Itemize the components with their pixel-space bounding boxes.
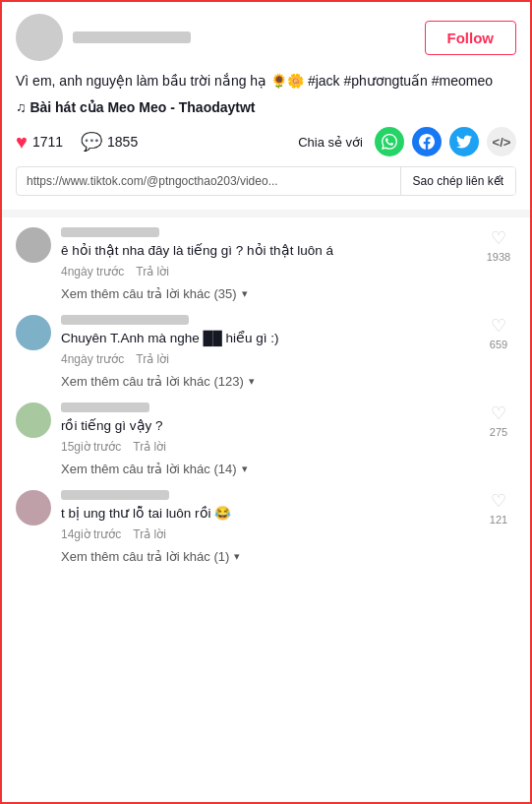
link-row: https://www.tiktok.com/@ptngocthao203/vi… — [16, 166, 516, 196]
comment-username-bar — [61, 315, 189, 325]
post-caption: Vì em, anh nguyện làm bầu trời nắng hạ 🌻… — [16, 71, 516, 92]
embed-share-button[interactable]: </> — [487, 127, 516, 156]
see-more-replies-button[interactable]: Xem thêm câu trả lời khác (35)▾ — [61, 286, 516, 301]
comment-block: t bị ung thư lỗ tai luôn rồi 😂14giờ trướ… — [16, 490, 516, 564]
comment-icon[interactable]: 💬 — [81, 131, 102, 153]
comment-meta: 4ngày trướcTrả lời — [61, 352, 471, 366]
comment-like-area: ♡659 — [481, 315, 516, 366]
comment-text: ê hỏi thật nha đây là tiếng gì ? hỏi thậ… — [61, 242, 471, 261]
music-line: ♫ Bài hát của Meo Meo - Thaodaytwt — [16, 99, 516, 115]
comments-stat: 💬 1855 — [81, 131, 138, 153]
comment-time: 14giờ trước — [61, 527, 121, 541]
comment-like-button[interactable]: ♡ — [491, 315, 506, 337]
stats-left: ♥ 1711 💬 1855 — [16, 131, 138, 154]
comment-block: Chuyên T.Anh mà nghe ██ hiểu gì :)4ngày … — [16, 315, 516, 389]
comment-meta: 15giờ trướcTrả lời — [61, 440, 471, 454]
facebook-share-button[interactable] — [412, 127, 442, 156]
comment-like-area: ♡1938 — [481, 227, 516, 278]
comment-meta: 4ngày trướcTrả lời — [61, 265, 471, 278]
user-name-block — [73, 31, 191, 43]
comments-count: 1855 — [107, 134, 138, 150]
comment-body: Chuyên T.Anh mà nghe ██ hiểu gì :)4ngày … — [61, 315, 471, 366]
comment-time: 4ngày trước — [61, 265, 124, 278]
comment-body: t bị ung thư lỗ tai luôn rồi 😂14giờ trướ… — [61, 490, 471, 541]
comment-text: rồi tiếng gì vậy ? — [61, 417, 471, 436]
comment-item: rồi tiếng gì vậy ?15giờ trướcTrả lời♡275 — [16, 402, 516, 454]
follow-button[interactable]: Follow — [425, 21, 517, 55]
user-info — [16, 14, 191, 61]
comment-like-button[interactable]: ♡ — [491, 402, 506, 424]
see-more-replies-button[interactable]: Xem thêm câu trả lời khác (1)▾ — [61, 549, 516, 564]
comment-like-count: 659 — [490, 339, 507, 350]
comment-item: t bị ung thư lỗ tai luôn rồi 😂14giờ trướ… — [16, 490, 516, 541]
comment-like-count: 1938 — [487, 251, 510, 263]
comment-like-count: 275 — [490, 426, 507, 438]
header-row: Follow — [16, 14, 516, 61]
see-more-replies-button[interactable]: Xem thêm câu trả lời khác (123)▾ — [61, 374, 516, 389]
comment-body: ê hỏi thật nha đây là tiếng gì ? hỏi thậ… — [61, 227, 471, 278]
heart-icon[interactable]: ♥ — [16, 131, 28, 154]
post-header-section: Follow Vì em, anh nguyện làm bầu trời nắ… — [2, 2, 530, 217]
whatsapp-share-button[interactable] — [375, 127, 404, 156]
comment-avatar[interactable] — [16, 227, 51, 263]
see-more-label: Xem thêm câu trả lời khác (14) — [61, 462, 237, 476]
comment-item: ê hỏi thật nha đây là tiếng gì ? hỏi thậ… — [16, 227, 516, 278]
link-text: https://www.tiktok.com/@ptngocthao203/vi… — [17, 167, 400, 195]
share-area: Chia sẻ với </> — [298, 127, 516, 156]
see-more-label: Xem thêm câu trả lời khác (1) — [61, 549, 229, 564]
comment-avatar[interactable] — [16, 315, 51, 350]
username-bar — [73, 31, 191, 43]
comment-like-count: 121 — [490, 514, 507, 526]
comment-reply-button[interactable]: Trả lời — [136, 352, 169, 366]
copy-link-button[interactable]: Sao chép liên kết — [400, 167, 515, 195]
comment-avatar[interactable] — [16, 402, 51, 438]
comment-text: Chuyên T.Anh mà nghe ██ hiểu gì :) — [61, 330, 471, 348]
likes-count: 1711 — [32, 134, 63, 150]
likes-stat: ♥ 1711 — [16, 131, 63, 154]
avatar[interactable] — [16, 14, 63, 61]
chevron-down-icon: ▾ — [242, 287, 248, 300]
comment-reply-button[interactable]: Trả lời — [136, 265, 169, 278]
comment-meta: 14giờ trướcTrả lời — [61, 527, 471, 541]
comment-like-button[interactable]: ♡ — [491, 490, 506, 512]
chevron-down-icon: ▾ — [234, 550, 240, 563]
comment-username-bar — [61, 227, 159, 237]
share-icons: </> — [375, 127, 516, 156]
comment-text: t bị ung thư lỗ tai luôn rồi 😂 — [61, 505, 471, 524]
comment-item: Chuyên T.Anh mà nghe ██ hiểu gì :)4ngày … — [16, 315, 516, 366]
comment-like-area: ♡121 — [481, 490, 516, 541]
see-more-label: Xem thêm câu trả lời khác (35) — [61, 286, 237, 301]
comment-time: 15giờ trước — [61, 440, 121, 454]
see-more-replies-button[interactable]: Xem thêm câu trả lời khác (14)▾ — [61, 462, 516, 476]
comment-body: rồi tiếng gì vậy ?15giờ trướcTrả lời — [61, 402, 471, 454]
share-label: Chia sẻ với — [298, 135, 363, 150]
comments-section: ê hỏi thật nha đây là tiếng gì ? hỏi thậ… — [2, 217, 530, 588]
chevron-down-icon: ▾ — [242, 463, 248, 475]
comment-block: rồi tiếng gì vậy ?15giờ trướcTrả lời♡275… — [16, 402, 516, 476]
comment-like-area: ♡275 — [481, 402, 516, 454]
chevron-down-icon: ▾ — [249, 375, 255, 388]
comment-username-bar — [61, 490, 169, 500]
twitter-share-button[interactable] — [449, 127, 479, 156]
stats-row: ♥ 1711 💬 1855 Chia sẻ với </> — [16, 127, 516, 156]
comment-reply-button[interactable]: Trả lời — [133, 527, 166, 541]
comment-like-button[interactable]: ♡ — [491, 227, 506, 249]
comment-time: 4ngày trước — [61, 352, 124, 366]
comment-reply-button[interactable]: Trả lời — [133, 440, 166, 454]
see-more-label: Xem thêm câu trả lời khác (123) — [61, 374, 244, 389]
comment-block: ê hỏi thật nha đây là tiếng gì ? hỏi thậ… — [16, 227, 516, 301]
comment-avatar[interactable] — [16, 490, 51, 526]
comment-username-bar — [61, 402, 149, 412]
